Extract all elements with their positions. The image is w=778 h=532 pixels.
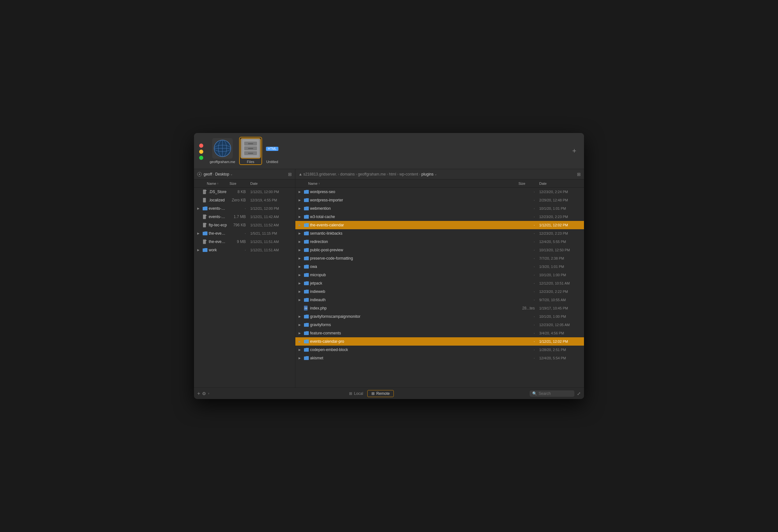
right-file-row-selected[interactable]: ▶ events-calendar-pro · 1/12/21, 12:02 P… bbox=[295, 337, 584, 346]
expand-arrow-icon[interactable]: ▶ bbox=[299, 248, 302, 252]
gear-button[interactable]: ⚙ bbox=[202, 391, 206, 396]
expand-arrow-icon[interactable]: ▶ bbox=[299, 223, 302, 227]
rb-site[interactable]: geoffgraham.me bbox=[358, 172, 386, 176]
right-file-name: codepen-embed-block bbox=[310, 348, 516, 352]
right-file-row[interactable]: ▶ akismet · 12/4/20, 5:54 PM bbox=[295, 354, 584, 362]
expand-arrow-icon[interactable]: ▶ bbox=[299, 257, 302, 260]
expand-arrow-icon[interactable]: ▶ bbox=[299, 357, 302, 360]
right-file-date: 9/7/20, 10:55 AM bbox=[539, 298, 581, 302]
add-button[interactable]: + bbox=[197, 391, 200, 396]
rb-domains[interactable]: domains bbox=[340, 172, 355, 176]
remote-tab[interactable]: ⊞ Remote bbox=[367, 390, 394, 397]
search-box[interactable]: 🔍 bbox=[530, 390, 574, 397]
right-file-row[interactable]: ▶ semantic-linkbacks · 12/23/20, 2:23 PM bbox=[295, 229, 584, 238]
right-file-date: 12/23/20, 2:23 PM bbox=[539, 215, 581, 219]
expand-arrow-icon[interactable]: ▶ bbox=[299, 323, 302, 326]
left-file-row[interactable]: ▶ the-events-calendar · 1/5/21, 11:15 PM bbox=[194, 229, 295, 238]
right-file-row[interactable]: ▶ public-post-preview · 10/13/20, 12:50 … bbox=[295, 246, 584, 254]
expand-arrow-icon[interactable]: ▶ bbox=[299, 215, 302, 218]
eye-icon bbox=[198, 173, 201, 175]
expand-arrow-icon[interactable]: ▶ bbox=[197, 207, 201, 210]
right-file-date: 1/12/21, 12:02 PM bbox=[539, 223, 581, 227]
doc-icon bbox=[202, 214, 208, 219]
right-file-row[interactable]: ▶ indieweb · 12/23/20, 2:22 PM bbox=[295, 287, 584, 296]
left-file-row[interactable]: ▶ work · 1/12/21, 11:51 AM bbox=[194, 246, 295, 254]
right-file-row[interactable]: ▶ wordpress-importer · 2/29/20, 12:48 PM bbox=[295, 196, 584, 204]
expand-arrow-icon[interactable]: ▶ bbox=[299, 240, 302, 243]
right-panel-header: ▲ s218813.gridserver. › domains › geoffg… bbox=[295, 169, 584, 179]
remote-tab-label: Remote bbox=[376, 391, 390, 396]
right-file-row[interactable]: ▶ indieauth · 9/7/20, 10:55 AM bbox=[295, 296, 584, 304]
expand-arrow-icon[interactable]: ▶ bbox=[299, 273, 302, 277]
minimize-button[interactable] bbox=[199, 150, 203, 154]
rb-html[interactable]: html bbox=[389, 172, 396, 176]
right-file-row[interactable]: ▶ w3-total-cache · 12/23/20, 2:23 PM bbox=[295, 213, 584, 221]
expand-arrow-icon[interactable]: ▶ bbox=[299, 232, 302, 235]
rb-server[interactable]: s218813.gridserver. bbox=[303, 172, 337, 176]
right-file-name: webmention bbox=[310, 206, 516, 211]
expand-arrow-icon[interactable]: ▶ bbox=[299, 315, 302, 318]
right-file-row-selected[interactable]: ▶ the-events-calendar · 1/12/21, 12:02 P… bbox=[295, 221, 584, 229]
right-file-row[interactable]: ▶ gravityformscampaignmonitor · 10/1/20,… bbox=[295, 312, 584, 321]
expand-arrow-icon[interactable]: ▶ bbox=[299, 348, 302, 351]
left-file-row[interactable]: events-calendar-pro.5.2.1.1.zip 1.7 MB 1… bbox=[194, 213, 295, 221]
expand-arrow-icon[interactable]: ▶ bbox=[197, 232, 201, 235]
right-file-row[interactable]: PHP index.php 28...tes 1/19/17, 10:45 PM bbox=[295, 304, 584, 312]
rb-expand-arrow: ▲ bbox=[299, 172, 302, 176]
right-file-row[interactable]: ▶ gravityforms · 12/23/20, 12:05 AM bbox=[295, 321, 584, 329]
right-file-row[interactable]: ▶ codepen-embed-block · 1/28/20, 2:51 PM bbox=[295, 346, 584, 354]
rb-plugins[interactable]: plugins ⌄ bbox=[421, 172, 437, 176]
expand-arrow-icon[interactable]: ▶ bbox=[299, 190, 302, 194]
right-file-row[interactable]: ▶ feature-comments · 3/4/20, 4:56 PM bbox=[295, 329, 584, 337]
right-file-row[interactable]: ▶ micropub · 10/1/20, 1:00 PM bbox=[295, 271, 584, 279]
gear-chevron-icon[interactable]: › bbox=[208, 392, 209, 395]
tab-geoffgraham[interactable]: geoffgraham.me bbox=[210, 138, 235, 164]
right-col-size-header[interactable]: Size bbox=[519, 181, 539, 185]
globe-svg bbox=[214, 139, 231, 157]
expand-arrow-icon[interactable]: ▶ bbox=[299, 199, 302, 202]
expand-arrow-icon[interactable]: ▶ bbox=[299, 298, 302, 301]
expand-icon[interactable]: ⤢ bbox=[577, 391, 581, 396]
expand-arrow-icon[interactable]: ▶ bbox=[299, 265, 302, 268]
left-file-row[interactable]: ▶ events-calendar-pro · 1/12/21, 12:00 P… bbox=[194, 204, 295, 213]
left-file-row[interactable]: .DS_Store 8 KB 1/12/21, 12:00 PM bbox=[194, 188, 295, 196]
maximize-button[interactable] bbox=[199, 156, 203, 160]
right-col-name-header[interactable]: Name ↑ bbox=[308, 181, 519, 185]
svg-point-5 bbox=[199, 174, 200, 175]
right-file-row[interactable]: ▶ owa · 1/3/20, 1:01 PM bbox=[295, 262, 584, 271]
breadcrumb-location[interactable]: Desktop ⌄ bbox=[215, 172, 233, 176]
left-col-name-header[interactable]: Name ↑ bbox=[207, 181, 230, 185]
left-col-size-header[interactable]: Size bbox=[230, 181, 250, 185]
left-file-row[interactable]: the-events-calendar.5.3.1.1.zip 9 MB 1/1… bbox=[194, 238, 295, 246]
expand-arrow-icon[interactable]: ▶ bbox=[299, 331, 302, 335]
left-file-row[interactable]: .localized Zero KB 12/3/19, 4:55 PM bbox=[194, 196, 295, 204]
right-grid-view-icon[interactable]: ⊞ bbox=[577, 172, 581, 177]
right-file-size: · bbox=[517, 348, 538, 352]
right-file-row[interactable]: ▶ webmention · 10/1/20, 1:01 PM bbox=[295, 204, 584, 213]
close-button[interactable] bbox=[199, 144, 203, 148]
expand-arrow-icon[interactable]: ▶ bbox=[197, 248, 201, 252]
expand-arrow-icon[interactable]: ▶ bbox=[299, 207, 302, 210]
left-col-date-header[interactable]: Date bbox=[250, 181, 292, 185]
expand-arrow-icon[interactable]: ▶ bbox=[299, 340, 302, 343]
right-file-row[interactable]: ▶ wordpress-seo · 12/23/20, 2:24 PM bbox=[295, 188, 584, 196]
left-file-list: .DS_Store 8 KB 1/12/21, 12:00 PM .locali… bbox=[194, 188, 295, 387]
local-tab[interactable]: ⊞ Local bbox=[345, 390, 367, 397]
right-file-row[interactable]: ▶ preserve-code-formatting · 7/7/20, 2:3… bbox=[295, 254, 584, 262]
tab-files[interactable]: Files bbox=[239, 137, 262, 165]
svg-rect-6 bbox=[203, 189, 206, 194]
tab-untitled[interactable]: HTML Untitled bbox=[266, 138, 279, 164]
right-file-name: public-post-preview bbox=[310, 248, 516, 252]
right-file-row[interactable]: ▶ redirection · 12/4/20, 5:55 PM bbox=[295, 238, 584, 246]
expand-arrow-icon[interactable]: ▶ bbox=[299, 290, 302, 293]
right-file-name: owa bbox=[310, 264, 516, 269]
doc-icon bbox=[202, 239, 208, 244]
right-col-date-header[interactable]: Date bbox=[539, 181, 581, 185]
right-file-row[interactable]: ▶ jetpack · 12/12/20, 10:51 AM bbox=[295, 279, 584, 287]
grid-view-icon[interactable]: ⊞ bbox=[288, 172, 292, 177]
left-file-row[interactable]: ftp-tec-ecp 796 KB 1/12/21, 11:52 AM bbox=[194, 221, 295, 229]
rb-wpcontent[interactable]: wp-content bbox=[400, 172, 418, 176]
new-tab-button[interactable]: + bbox=[569, 145, 579, 156]
search-input[interactable] bbox=[539, 391, 572, 396]
expand-arrow-icon[interactable]: ▶ bbox=[299, 282, 302, 285]
